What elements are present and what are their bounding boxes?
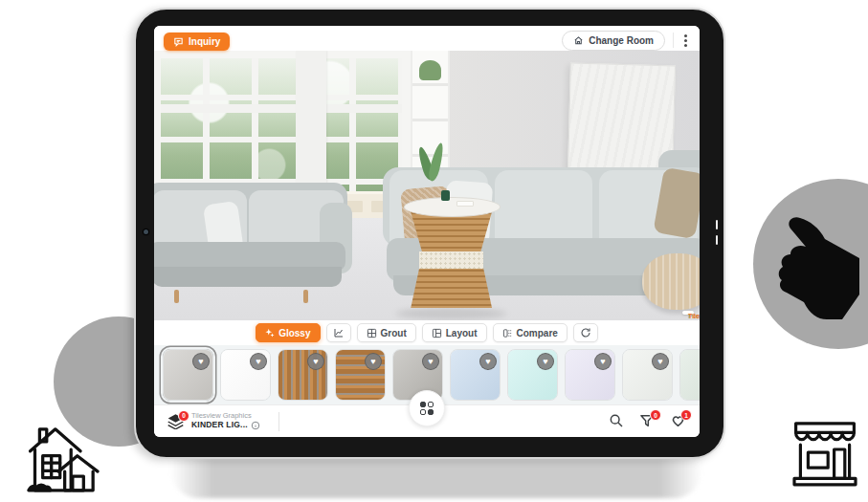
layout-label: Layout: [446, 328, 478, 338]
scene-shelf-plant: [419, 60, 440, 80]
scene-sofa-left: [154, 183, 347, 295]
house-icon: [24, 423, 102, 495]
heart-icon: ♥: [198, 358, 203, 366]
watermark-brand: Tilesview.ai: [688, 313, 700, 319]
glossy-button[interactable]: Glossy: [256, 323, 320, 342]
heart-icon: ♥: [428, 358, 433, 366]
glossy-label: Glossy: [278, 328, 310, 338]
grid-icon: [420, 402, 434, 415]
tile-thumbnail: [680, 350, 700, 400]
favorite-pin-button[interactable]: ♥: [422, 353, 439, 370]
heart-icon: ♥: [600, 358, 605, 366]
favorite-pin-button[interactable]: ♥: [479, 353, 497, 370]
app-header: Inquiry Change Room: [154, 26, 700, 51]
favorite-pin-button[interactable]: ♥: [307, 353, 324, 370]
volume-button-down: [716, 235, 718, 245]
powered-by-watermark: Powered By Tilesview.ai: [682, 311, 694, 315]
info-icon[interactable]: [251, 421, 260, 430]
header-divider: [673, 33, 674, 48]
inquiry-button[interactable]: Inquiry: [164, 33, 230, 51]
refresh-icon: [580, 327, 591, 338]
search-icon: [609, 413, 624, 428]
scene-sofa-leg: [174, 290, 179, 303]
tile-swatch-pale-lavender[interactable]: ♥: [565, 349, 615, 401]
scene-table-candle: [441, 190, 450, 201]
tile-swatch-pale-cyan[interactable]: ♥: [507, 349, 558, 401]
graph-icon: [333, 327, 345, 338]
tablet-frame: Inquiry Change Room: [134, 8, 725, 459]
scene-table-shadow: [396, 308, 506, 319]
layout-icon: [432, 328, 442, 338]
tablet-shadow: [170, 458, 702, 498]
store-icon: [787, 419, 863, 488]
compare-icon: [502, 328, 513, 338]
tile-swatch-concrete-grey[interactable]: ♥: [163, 349, 213, 401]
wishlist-badge: 1: [680, 409, 692, 421]
bottom-bar-divider: [278, 412, 279, 431]
layout-button[interactable]: Layout: [422, 323, 487, 342]
sparkle-icon: [265, 328, 275, 338]
favorite-pin-button[interactable]: ♥: [652, 353, 669, 370]
change-room-button[interactable]: Change Room: [562, 31, 665, 51]
favorite-pin-button[interactable]: ♥: [537, 353, 554, 370]
reset-button[interactable]: [573, 323, 598, 342]
scene-sofa-leg: [303, 290, 308, 303]
grout-button[interactable]: Grout: [357, 323, 416, 342]
home-icon: [573, 35, 584, 46]
scene-plant: [421, 142, 443, 186]
change-room-label: Change Room: [589, 35, 654, 46]
tile-stack-badge: 0: [178, 410, 189, 422]
heart-icon: ♥: [370, 358, 375, 366]
filter-badge: 0: [650, 409, 661, 421]
catalog-grid-button[interactable]: [409, 390, 445, 426]
heart-icon: ♥: [657, 358, 662, 366]
heart-icon: ♥: [313, 358, 318, 366]
room-preview-image[interactable]: Powered By Tilesview.ai: [154, 51, 700, 320]
app-screen: Inquiry Change Room: [154, 26, 700, 437]
compare-label: Compare: [517, 328, 558, 338]
favorite-pin-button[interactable]: ♥: [365, 353, 382, 370]
view-toolbar: Glossy Grout Layout: [154, 320, 700, 345]
heart-icon: ♥: [485, 358, 490, 366]
tile-swatch-white-gloss[interactable]: ♥: [220, 349, 271, 401]
favorite-pin-button[interactable]: ♥: [192, 353, 210, 370]
chat-icon: [173, 36, 184, 47]
tile-stack-button[interactable]: 0: [167, 414, 185, 429]
thumbs-up-icon: [771, 214, 865, 325]
scene-sofa-left-base: [154, 267, 342, 287]
tile-swatch-wood-stripe-vertical[interactable]: ♥: [278, 349, 328, 401]
scene-pouf: [642, 253, 700, 310]
heart-icon: ♥: [543, 358, 547, 366]
compare-button[interactable]: Compare: [493, 323, 568, 342]
scene-table-top: [404, 197, 500, 217]
volume-button-up: [716, 220, 718, 229]
bottom-bar: 0 Tilesview Graphics KINDER LIG...: [154, 404, 700, 437]
grout-label: Grout: [381, 328, 407, 338]
favorite-pin-button[interactable]: ♥: [594, 353, 612, 370]
search-button[interactable]: [609, 413, 625, 429]
tile-swatch-off-white[interactable]: ♥: [622, 349, 673, 401]
tile-swatch-light-blue[interactable]: ♥: [450, 349, 501, 401]
graph-view-button[interactable]: [326, 323, 351, 342]
wishlist-button[interactable]: 1: [670, 413, 686, 429]
scene-window-transom: [161, 104, 402, 113]
scene-table-white-band: [419, 251, 484, 269]
scene-coffee-table: [402, 202, 501, 315]
heart-icon: ♥: [256, 358, 260, 366]
inquiry-label: Inquiry: [189, 36, 220, 47]
tile-swatch-wood-stripe-horizontal[interactable]: ♥: [335, 349, 386, 401]
filter-button[interactable]: 0: [639, 413, 656, 429]
brand-group: 0 Tilesview Graphics KINDER LIG...: [167, 412, 279, 431]
scene-table-book: [456, 201, 474, 207]
front-camera: [144, 229, 148, 234]
grout-grid-icon: [367, 328, 377, 338]
favorite-pin-button[interactable]: ♥: [250, 353, 267, 370]
tile-swatch-pale-green[interactable]: ♥: [679, 349, 700, 401]
more-options-button[interactable]: [681, 33, 690, 49]
selected-tile-name: KINDER LIG...: [191, 421, 248, 430]
